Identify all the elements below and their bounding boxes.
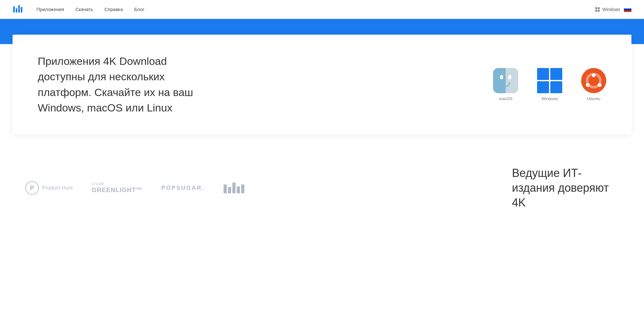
svg-rect-0 [13,6,15,13]
nav-apps[interactable]: Приложения [36,7,64,12]
steam-main: GREENLIGHT™ [92,186,142,194]
svg-rect-3 [21,7,22,13]
ph-text: Product Hunt [42,185,73,191]
language-flag[interactable] [624,7,631,12]
svg-rect-2 [18,5,20,13]
brand-popsugar[interactable]: POPSUGAR. [161,185,204,191]
popsugar-text: POPSUGAR. [161,185,204,191]
platform-ubuntu[interactable]: Ubuntu [581,68,606,101]
muo-icon [224,183,244,193]
nav-blog[interactable]: Блог [134,7,144,12]
nav-help[interactable]: Справка [104,7,123,12]
brand-steam[interactable]: STEAM GREENLIGHT™ [92,182,142,194]
card-text: Приложения 4K Download доступны для неск… [38,54,201,116]
windows-label-platform: Windows [541,96,558,101]
steam-sub: STEAM [92,182,104,186]
nav-download[interactable]: Скачать [75,7,93,12]
logo[interactable] [13,4,24,15]
navbar: Приложения Скачать Справка Блог Windows [0,0,644,19]
ph-circle-icon: P [25,181,39,195]
platform-macos[interactable]: macOS [493,68,518,101]
brand-muo[interactable] [224,183,244,193]
ubuntu-icon [581,68,606,93]
svg-rect-1 [16,8,17,13]
divider [0,134,644,153]
nav-links: Приложения Скачать Справка Блог [36,7,595,12]
brand-logos: P Product Hunt STEAM GREENLIGHT™ POPSUGA… [25,181,512,195]
macos-label: macOS [499,96,512,101]
brand-producthunt[interactable]: P Product Hunt [25,181,73,195]
windows-icon-big [537,68,562,93]
brands-section: P Product Hunt STEAM GREENLIGHT™ POPSUGA… [0,153,644,229]
ubuntu-label: Ubuntu [587,96,600,101]
content-card: Приложения 4K Download доступны для неск… [13,35,631,134]
platform-selector[interactable]: Windows [595,7,620,12]
platform-icons: macOS Windows Ubuntu [493,68,606,101]
platform-windows[interactable]: Windows [537,68,562,101]
windows-label: Windows [602,7,620,12]
hero-heading: Приложения 4K Download доступны для неск… [38,54,201,116]
windows-icon [595,7,600,12]
brands-right: Ведущие ИТ-издания доверяют 4K [512,166,619,210]
macos-icon [493,68,518,93]
brands-title: Ведущие ИТ-издания доверяют 4K [512,166,619,210]
navbar-right: Windows [595,7,631,12]
